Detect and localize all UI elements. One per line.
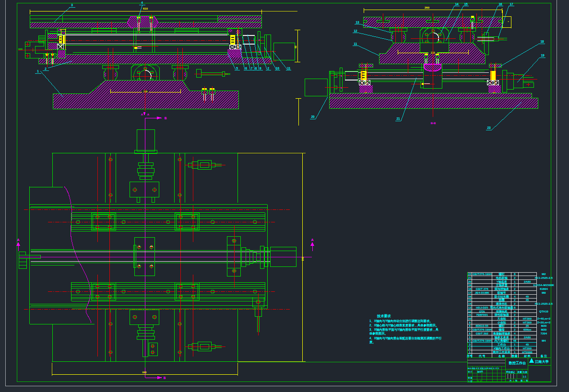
svg-text:2A80: 2A80 (524, 336, 531, 339)
svg-text:M4: M4 (542, 339, 546, 342)
svg-text:48: 48 (513, 339, 517, 342)
svg-text:3: 3 (71, 3, 73, 7)
svg-text:8: 8 (255, 67, 257, 70)
svg-text:19: 19 (541, 54, 545, 57)
svg-text:21: 21 (396, 117, 400, 120)
svg-text:批 准: 批 准 (477, 380, 482, 382)
svg-text:23: 23 (487, 126, 491, 129)
svg-text:13: 13 (468, 306, 472, 309)
svg-text:20: 20 (311, 115, 315, 118)
svg-text:HJ15A-M1500K: HJ15A-M1500K (533, 284, 555, 287)
svg-text:FC1-2525-2.5: FC1-2525-2.5 (535, 302, 553, 305)
svg-text:QTA10: QTA10 (539, 310, 549, 313)
svg-text:18: 18 (468, 288, 472, 290)
svg-text:滚珠丝杠: 滚珠丝杠 (496, 302, 508, 306)
svg-text:GB/T276-1994: GB/T276-1994 (473, 339, 492, 342)
svg-text:17: 17 (468, 291, 472, 294)
svg-text:第: 第 (520, 380, 523, 382)
svg-text:Z=40,m=2: Z=40,m=2 (537, 317, 551, 320)
svg-text:45: 45 (526, 343, 529, 346)
svg-text:HT2000: HT2000 (522, 351, 533, 354)
svg-text:JB4-D1MK: JB4-D1MK (475, 291, 490, 294)
svg-text:1:1: 1:1 (523, 375, 527, 378)
svg-text:大齿轮: 大齿轮 (497, 317, 507, 321)
svg-text:Y轴底座: Y轴底座 (497, 280, 507, 284)
svg-text:体参照图示。: 体参照图示。 (369, 332, 388, 335)
svg-text:序号: 序号 (466, 354, 473, 358)
svg-text:Z=20,m=2: Z=20,m=2 (537, 321, 551, 324)
svg-text:12: 12 (468, 310, 472, 313)
svg-text:65Nm: 65Nm (523, 328, 531, 331)
svg-text:260: 260 (425, 6, 430, 9)
svg-text:电机联轴: 电机联轴 (496, 276, 508, 280)
svg-text:14: 14 (455, 2, 459, 6)
svg-text:X轴向工作台: X轴向工作台 (494, 346, 510, 350)
svg-text:主轴承盖: 主轴承盖 (496, 283, 508, 287)
svg-text:M20: M20 (541, 328, 547, 331)
svg-text:工 艺: 工 艺 (468, 380, 473, 382)
svg-text:GB/T 276: GB/T 276 (476, 288, 489, 290)
svg-text:弹性联轴器: 弹性联轴器 (495, 313, 510, 317)
svg-text:垫圈: 垫圈 (498, 298, 505, 302)
svg-text:2A80: 2A80 (524, 280, 531, 283)
svg-text:x: x (259, 38, 260, 41)
svg-text:材 料: 材 料 (523, 354, 531, 358)
svg-text:15: 15 (464, 2, 468, 6)
svg-text:12: 12 (354, 29, 357, 33)
svg-text:GB/T276-1994: GB/T276-1994 (473, 273, 492, 276)
svg-text:M20: M20 (541, 324, 547, 327)
svg-text:张: 张 (526, 380, 528, 382)
svg-text:13: 13 (356, 21, 359, 24)
svg-text:共: 共 (509, 380, 512, 382)
svg-text:双向式单向联轴器: 双向式单向联轴器 (490, 306, 514, 310)
svg-text:工作台: 工作台 (497, 343, 506, 346)
svg-text:A: A (17, 238, 19, 242)
svg-text:数控工作台: 数控工作台 (509, 361, 526, 365)
svg-text:江南大学: 江南大学 (534, 359, 549, 364)
svg-text:5: 5 (236, 67, 238, 70)
svg-text:4: 4 (141, 1, 143, 4)
svg-text:M2: M2 (542, 273, 546, 276)
svg-text:备 注: 备 注 (540, 354, 547, 358)
svg-text:11: 11 (287, 67, 290, 70)
svg-text:2、X轴心线与Y轴心线垂直度要求，具体参照图示。: 2、X轴心线与Y轴心线垂直度要求，具体参照图示。 (369, 323, 439, 327)
svg-text:3、X轴内滑轨平面与Y轴内滑轨平面平行度要求，具: 3、X轴内滑轨平面与Y轴内滑轨平面平行度要求，具 (369, 328, 439, 332)
svg-text:15: 15 (468, 299, 472, 301)
svg-text:6: 6 (245, 67, 247, 70)
svg-text:技术要求: 技术要求 (377, 314, 391, 318)
svg-text:35: 35 (526, 324, 529, 327)
svg-text:610: 610 (143, 7, 148, 10)
svg-text:x: x (341, 74, 342, 77)
svg-text:GB/T 292: GB/T 292 (476, 332, 489, 335)
svg-text:HT300: HT300 (523, 317, 532, 320)
svg-text:7204: 7204 (541, 332, 547, 335)
svg-text:伺服电机: 伺服电机 (496, 310, 508, 313)
svg-text:标记 处数 分 区 更改文件号 签名 年 月 日: 标记 处数 分 区 更改文件号 签名 年 月 日 (467, 367, 499, 369)
svg-text:防尘毡光圈: 防尘毡光圈 (495, 295, 509, 299)
svg-text:2: 2 (268, 67, 270, 70)
svg-text:度。: 度。 (369, 340, 376, 344)
svg-text:14: 14 (468, 302, 472, 305)
svg-text:18: 18 (540, 40, 544, 43)
svg-text:21: 21 (468, 277, 472, 279)
svg-text:A: A (141, 113, 143, 116)
svg-text:11: 11 (354, 42, 357, 46)
svg-text:审 核: 审 核 (468, 377, 473, 379)
svg-text:x: x (341, 86, 342, 89)
svg-text:HDJ-D25: HDJ-D25 (476, 306, 488, 309)
svg-text:61804: 61804 (540, 288, 548, 290)
svg-text:8D610-55: 8D610-55 (476, 324, 489, 327)
svg-text:名 称: 名 称 (498, 354, 506, 358)
svg-text:7B8F001: 7B8F001 (476, 313, 488, 316)
svg-text:QTA: QTA (479, 310, 486, 313)
svg-text:轴承支承座: 轴承支承座 (494, 335, 509, 339)
svg-text:4、X轴向与Y轴向滑台装配后要分别检测其调整的平行: 4、X轴向与Y轴向滑台装配后要分别检测其调整的平行 (369, 336, 442, 340)
svg-text:A: A (311, 238, 313, 242)
svg-text:质量: 质量 (517, 370, 522, 373)
svg-text:阶段标记: 阶段标记 (506, 370, 515, 374)
svg-text:130: 130 (431, 51, 435, 54)
svg-text:19: 19 (468, 284, 472, 287)
svg-text:1、X轴向与Y轴向传动分别进行调整达到要求。: 1、X轴向与Y轴向传动分别进行调整达到要求。 (369, 319, 433, 323)
svg-text:10: 10 (276, 67, 280, 70)
svg-text:20: 20 (468, 280, 472, 283)
